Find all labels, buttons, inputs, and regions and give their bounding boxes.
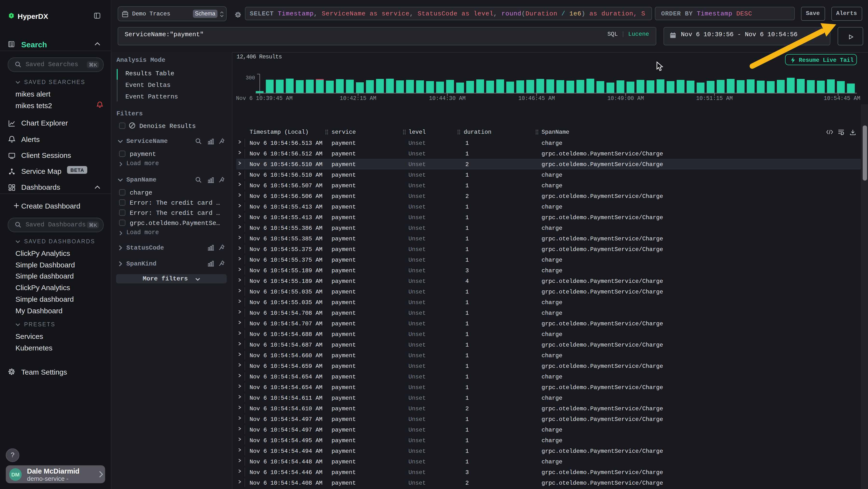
svg-text:10:46:45 AM: 10:46:45 AM [518, 95, 555, 102]
svg-text:10:44:30 AM: 10:44:30 AM [429, 95, 466, 102]
svg-text:10:49:00 AM: 10:49:00 AM [607, 95, 644, 102]
svg-text:10:54:45 AM: 10:54:45 AM [824, 95, 860, 102]
svg-text:300: 300 [245, 75, 255, 81]
svg-text:Nov 6 10:39:45 AM: Nov 6 10:39:45 AM [236, 95, 293, 102]
svg-text:10:51:15 AM: 10:51:15 AM [696, 95, 733, 102]
svg-text:10:42:15 AM: 10:42:15 AM [340, 95, 376, 102]
